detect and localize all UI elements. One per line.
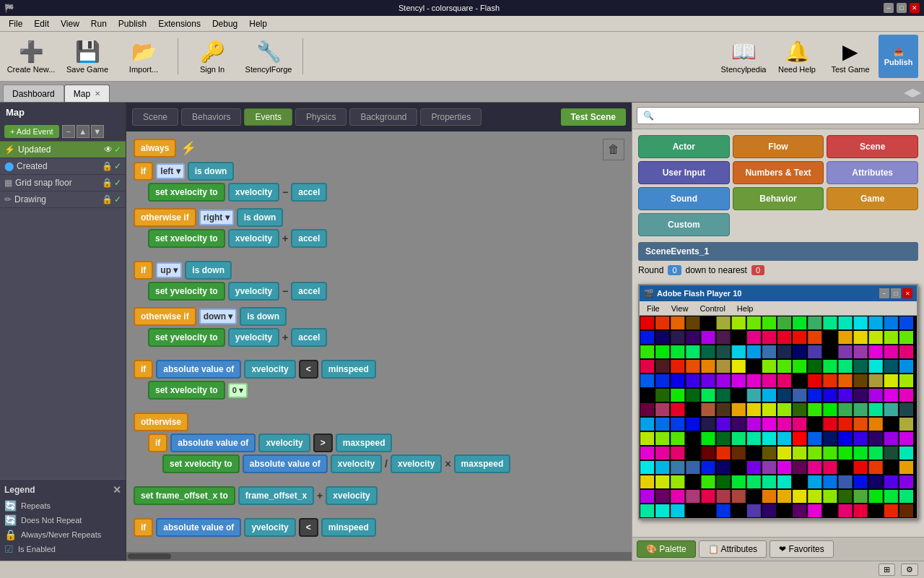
flash-controls: − □ ✕ xyxy=(879,288,912,298)
palette-attributes[interactable]: Attributes xyxy=(827,161,918,184)
tab-attributes[interactable]: 📋 Attributes xyxy=(699,540,767,558)
menu-debug[interactable]: Debug xyxy=(206,17,243,30)
save-game-button[interactable]: 💾 Save Game xyxy=(62,35,113,78)
delete-button[interactable]: 🗑 xyxy=(603,139,624,160)
menu-edit[interactable]: Edit xyxy=(28,17,55,30)
tab-scene[interactable]: Scene xyxy=(132,108,178,126)
set-yvelocity-1: set yvelocity to yvelocity − accel xyxy=(134,282,624,301)
close-button[interactable]: ✕ xyxy=(910,3,920,13)
sign-in-button[interactable]: 🔑 Sign In xyxy=(187,35,237,78)
left-select[interactable]: left ▾ xyxy=(156,163,184,179)
test-game-button[interactable]: ▶ Test Game xyxy=(825,35,876,78)
publish-button[interactable]: 📤 Publish xyxy=(879,35,918,78)
up-select[interactable]: up ▾ xyxy=(156,262,182,278)
menu-help[interactable]: Help xyxy=(243,17,273,30)
tab-nav-left[interactable]: ◀ xyxy=(904,85,912,99)
palette-numbers-text[interactable]: Numbers & Text xyxy=(733,161,824,184)
flash-menu-help[interactable]: Help xyxy=(733,304,758,313)
legend-item-enabled: ☑ Is Enabled xyxy=(4,542,121,556)
otherwise-if-keyword-1: otherwise if xyxy=(134,208,196,227)
end-line-3 xyxy=(134,402,314,405)
need-help-button[interactable]: 🔔 Need Help xyxy=(772,35,822,78)
stencylforge-button[interactable]: 🔧 StencylForge xyxy=(243,35,294,78)
palette-actor[interactable]: Actor xyxy=(638,135,730,158)
h-scrollbar-thumb[interactable] xyxy=(128,553,171,559)
stencylpedia-button[interactable]: 📖 Stencylpedia xyxy=(718,35,769,78)
sidebar-item-updated[interactable]: ⚡ Updated 👁 ✓ xyxy=(0,142,126,158)
gear-button[interactable]: ⚙ xyxy=(901,564,918,576)
palette-flow[interactable]: Flow xyxy=(733,135,824,158)
tabbar: Dashboard Map ✕ ◀ ▶ xyxy=(0,82,924,103)
right-select[interactable]: right ▾ xyxy=(199,210,234,225)
grid-snap-check-icon[interactable]: ✓ xyxy=(114,178,121,188)
palette-sound[interactable]: Sound xyxy=(638,187,730,210)
legend-close[interactable]: ✕ xyxy=(113,484,121,496)
add-event-button[interactable]: + Add Event xyxy=(4,125,59,138)
flash-minimize[interactable]: − xyxy=(879,288,889,298)
div-op: / xyxy=(385,458,388,470)
create-new-button[interactable]: ➕ Create New... xyxy=(6,35,56,78)
tab-favorites[interactable]: ❤ Favorites xyxy=(770,540,834,558)
minimize-button[interactable]: − xyxy=(884,3,894,13)
menu-view[interactable]: View xyxy=(55,17,85,30)
menu-run[interactable]: Run xyxy=(85,17,113,30)
menu-extensions[interactable]: Extensions xyxy=(152,17,206,30)
menu-publish[interactable]: Publish xyxy=(113,17,152,30)
menu-file[interactable]: File xyxy=(3,17,28,30)
set-frame-keyword: set frame_offset_x to xyxy=(134,486,235,505)
flash-menu-view[interactable]: View xyxy=(667,304,693,313)
set-xvelocity-keyword-4: set xvelocity to xyxy=(162,454,240,473)
search-input[interactable] xyxy=(637,107,920,124)
flash-maximize[interactable]: □ xyxy=(891,288,901,298)
palette-custom[interactable]: Custom xyxy=(638,213,730,236)
test-scene-button[interactable]: Test Scene xyxy=(561,108,626,126)
always-block: always xyxy=(134,139,176,158)
tab-background[interactable]: Background xyxy=(349,108,417,126)
titlebar-controls: − □ ✕ xyxy=(884,3,920,13)
tab-properties[interactable]: Properties xyxy=(420,108,481,126)
maximize-button[interactable]: □ xyxy=(897,3,907,13)
palette-user-input[interactable]: User Input xyxy=(638,161,730,184)
palette-behavior[interactable]: Behavior xyxy=(733,187,824,210)
sidebar-item-grid-snap[interactable]: ▦ Grid snap floor 🔒 ✓ xyxy=(0,175,126,191)
sidebar-item-drawing[interactable]: ✏ Drawing 🔒 ✓ xyxy=(0,191,126,208)
import-button[interactable]: 📂 Import... xyxy=(118,35,169,78)
palette-scene[interactable]: Scene xyxy=(827,135,918,158)
flash-menu-control[interactable]: Control xyxy=(695,304,729,313)
right-panel: Actor Flow Scene User Input Numbers & Te… xyxy=(632,103,924,561)
created-check-icon[interactable]: ✓ xyxy=(114,161,121,171)
sidebar-up-button[interactable]: ▲ xyxy=(77,125,90,138)
drawing-check-icon[interactable]: ✓ xyxy=(114,194,121,204)
tab-map[interactable]: Map ✕ xyxy=(64,85,110,102)
sidebar-item-grid-snap-label: Grid snap floor xyxy=(15,178,99,188)
otherwise-if-down-block: otherwise if down ▾ is down xyxy=(134,307,624,326)
tab-map-close[interactable]: ✕ xyxy=(95,90,100,98)
sidebar-down-button[interactable]: ▼ xyxy=(91,125,104,138)
h-scrollbar[interactable] xyxy=(126,552,632,561)
palette-game[interactable]: Game xyxy=(827,187,918,210)
xvelocity-var-5: xvelocity xyxy=(331,454,382,473)
grid-button[interactable]: ⊞ xyxy=(879,564,895,576)
tab-behaviors[interactable]: Behaviors xyxy=(181,108,241,126)
flash-close[interactable]: ✕ xyxy=(902,288,912,298)
otherwise-block: otherwise xyxy=(134,413,624,431)
tab-events[interactable]: Events xyxy=(244,108,292,126)
absolute-value-xvel-2: absolute value of xyxy=(170,434,256,452)
tab-physics[interactable]: Physics xyxy=(295,108,346,126)
code-scroll[interactable]: 🗑 always ⚡ if left ▾ is down set xveloci… xyxy=(126,131,632,552)
toolbar: ➕ Create New... 💾 Save Game 📂 Import... … xyxy=(0,32,924,82)
flash-menu-file[interactable]: File xyxy=(642,304,664,313)
sidebar-item-created[interactable]: ⬤ Created 🔒 ✓ xyxy=(0,158,126,175)
bottom-tabs: 🎨 Palette 📋 Attributes ❤ Favorites xyxy=(632,537,924,561)
sidebar-collapse-button[interactable]: − xyxy=(62,125,75,138)
titlebar: 🏁 Stencyl - colorsquare - Flash − □ ✕ xyxy=(0,0,924,16)
down-select[interactable]: down ▾ xyxy=(199,309,237,324)
tab-palette[interactable]: 🎨 Palette xyxy=(637,540,696,558)
updated-check-icon[interactable]: ✓ xyxy=(114,144,121,155)
tab-nav-right[interactable]: ▶ xyxy=(912,85,921,99)
if-abs-xvel-max-block: if absolute value of xvelocity > maxspee… xyxy=(134,434,624,452)
tab-dashboard[interactable]: Dashboard xyxy=(3,85,64,102)
updated-eye-icon[interactable]: 👁 xyxy=(104,144,113,155)
set-xvelocity-keyword-2: set xvelocity to xyxy=(148,229,225,248)
if-abs-yvel-block: if absolute value of yvelocity < minspee… xyxy=(134,518,624,537)
